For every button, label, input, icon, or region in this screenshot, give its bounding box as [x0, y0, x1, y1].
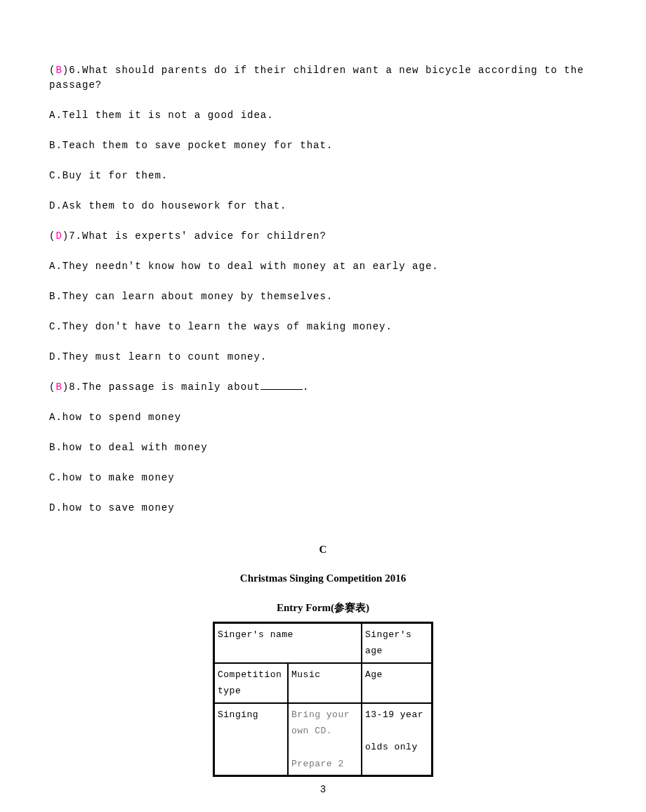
- section-subtitle: Entry Form(参赛表): [49, 601, 597, 615]
- question-6: (B)6.What should parents do if their chi…: [49, 63, 597, 93]
- q8-option-b: B.how to deal with money: [49, 440, 597, 455]
- q6-text: What should parents do if their children…: [49, 65, 584, 91]
- cell-bring-cd: Bring your own CD. Prepare 2: [288, 703, 362, 776]
- q6-option-c: C.Buy it for them.: [49, 169, 597, 183]
- section-letter: C: [49, 544, 597, 556]
- cell-singing: Singing: [214, 703, 289, 776]
- q8-text-after: .: [303, 381, 309, 393]
- cell-age: Age: [362, 663, 433, 703]
- entry-form-table: Singer's name Singer's age Competition t…: [213, 622, 433, 777]
- table-row: Competition type Music Age: [214, 663, 433, 703]
- q6-number: 6.: [69, 65, 82, 76]
- q8-answer: B: [55, 381, 62, 393]
- q6-option-a: A.Tell them it is not a good idea.: [49, 108, 597, 123]
- section-c-block: C Christmas Singing Competition 2016 Ent…: [49, 544, 597, 777]
- question-8: (B)8.The passage is mainly about.: [49, 380, 597, 395]
- q7-option-a: A.They needn't know how to deal with mon…: [49, 259, 597, 274]
- cell-age-range-line2: olds only: [365, 742, 418, 752]
- q7-answer: D: [55, 230, 62, 242]
- q8-blank: [261, 389, 303, 390]
- q6-option-b: B.Teach them to save pocket money for th…: [49, 138, 597, 153]
- cell-singer-name: Singer's name: [214, 623, 362, 663]
- q7-option-d: D.They must learn to count money.: [49, 350, 597, 365]
- cell-age-range: 13-19 year olds only: [362, 703, 433, 776]
- q8-text-before: The passage is mainly about: [82, 381, 261, 393]
- q6-option-d: D.Ask them to do housework for that.: [49, 199, 597, 214]
- table-row: Singing Bring your own CD. Prepare 2 13-…: [214, 703, 433, 776]
- cell-comp-type: Competition type: [214, 663, 289, 703]
- q7-option-c: C.They don't have to learn the ways of m…: [49, 320, 597, 334]
- cell-bring-cd-line1: Bring your own CD.: [291, 709, 350, 736]
- q7-number: 7.: [69, 230, 82, 242]
- page-number: 3: [0, 784, 646, 795]
- section-title: Christmas Singing Competition 2016: [49, 572, 597, 584]
- q7-option-b: B.They can learn about money by themselv…: [49, 289, 597, 304]
- q6-answer: B: [55, 65, 62, 76]
- table-row: Singer's name Singer's age: [214, 623, 433, 663]
- q8-option-d: D.how to save money: [49, 501, 597, 516]
- q7-text: What is experts' advice for children?: [82, 230, 327, 242]
- cell-bring-cd-line2: Prepare 2: [291, 759, 344, 769]
- question-7: (D)7.What is experts' advice for childre…: [49, 229, 597, 244]
- cell-age-range-line1: 13-19 year: [365, 709, 423, 720]
- cell-singer-age: Singer's age: [362, 623, 433, 663]
- q8-number: 8.: [69, 381, 82, 393]
- q8-option-c: C.how to make money: [49, 471, 597, 485]
- cell-music: Music: [288, 663, 362, 703]
- q8-option-a: A.how to spend money: [49, 410, 597, 425]
